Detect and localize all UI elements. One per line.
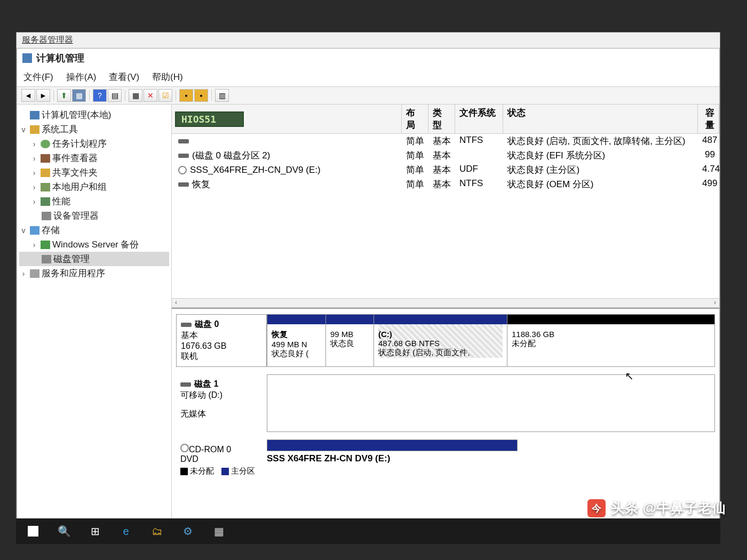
cdrom-row[interactable]: CD-ROM 0 DVD 未分配 主分区 SSS X64FRE ZH-CN DV… bbox=[176, 439, 715, 483]
tree-task-scheduler[interactable]: ›任务计划程序 bbox=[19, 137, 169, 151]
col-layout[interactable]: 布局 bbox=[402, 105, 428, 133]
delete-button[interactable]: ✕ bbox=[144, 89, 157, 102]
tool-a-button[interactable]: ▪ bbox=[179, 89, 193, 102]
tree-root[interactable]: 计算机管理(本地) bbox=[19, 108, 169, 122]
parent-window-title: 服务器管理器 bbox=[17, 33, 720, 48]
legend-swatch-primary bbox=[221, 468, 229, 475]
partition-recovery[interactable]: 恢复499 MB N状态良好 ( bbox=[267, 315, 325, 366]
disk-icon bbox=[178, 139, 189, 143]
task-view-button[interactable]: ⊞ bbox=[80, 519, 110, 543]
menu-file[interactable]: 文件(F) bbox=[23, 71, 53, 83]
cdrom-volume-name: SSS X64FRE ZH-CN DV9 (E:) bbox=[267, 451, 715, 466]
nav-tree[interactable]: 计算机管理(本地) v系统工具 ›任务计划程序 ›事件查看器 ›共享文件夹 ›本… bbox=[17, 105, 172, 522]
start-button[interactable] bbox=[18, 519, 48, 543]
cdrom-partition-bar[interactable] bbox=[267, 439, 518, 451]
volume-list[interactable]: 简单 基本 NTFS 状态良好 (启动, 页面文件, 故障转储, 主分区) 48… bbox=[172, 134, 719, 191]
up-button[interactable]: ⬆ bbox=[57, 89, 71, 102]
disk-graphical-panel: 磁盘 0 基本 1676.63 GB 联机 恢复499 MB N状态良好 ( bbox=[172, 308, 719, 488]
check-button[interactable]: ☑ bbox=[158, 89, 172, 102]
taskbar-explorer[interactable]: 🗂 bbox=[142, 519, 172, 543]
watermark-logo-icon: 今 bbox=[587, 499, 606, 517]
tool-b-button[interactable]: ▪ bbox=[194, 89, 208, 102]
help-button[interactable]: ? bbox=[93, 89, 107, 102]
tree-disk-management[interactable]: 磁盘管理 bbox=[19, 252, 169, 266]
window-title: 计算机管理 bbox=[36, 52, 84, 65]
titlebar: 计算机管理 bbox=[17, 49, 719, 68]
disk-1-label[interactable]: 磁盘 1 可移动 (D:) 无媒体 bbox=[176, 374, 267, 432]
tree-performance[interactable]: ›性能 bbox=[19, 194, 169, 209]
back-button[interactable]: ◄ bbox=[21, 89, 35, 102]
disk-1-row[interactable]: 磁盘 1 可移动 (D:) 无媒体 bbox=[176, 374, 715, 432]
search-button[interactable]: 🔍 bbox=[49, 519, 79, 543]
tree-event-viewer[interactable]: ›事件查看器 bbox=[19, 151, 169, 165]
col-capacity[interactable]: 容量 bbox=[698, 105, 719, 133]
disk-0-row[interactable]: 磁盘 0 基本 1676.63 GB 联机 恢复499 MB N状态良好 ( bbox=[176, 314, 715, 367]
partition-c[interactable]: (C:)487.68 GB NTFS状态良好 (启动, 页面文件, bbox=[374, 315, 507, 366]
menubar: 文件(F) 操作(A) 查看(V) 帮助(H) bbox=[17, 68, 719, 87]
volume-row[interactable]: 简单 基本 NTFS 状态良好 (启动, 页面文件, 故障转储, 主分区) 48… bbox=[172, 134, 719, 148]
col-filesystem[interactable]: 文件系统 bbox=[455, 105, 503, 133]
tree-device-manager[interactable]: 设备管理器 bbox=[19, 209, 169, 223]
volume-row[interactable]: 恢复 简单 基本 NTFS 状态良好 (OEM 分区) 499 bbox=[172, 177, 719, 191]
taskbar-server-manager[interactable]: ⚙ bbox=[173, 519, 203, 543]
content-pane: HIOS51 布局 类型 文件系统 状态 容量 简单 基本 NTFS 状态良好 … bbox=[172, 105, 719, 522]
volume-row[interactable]: SSS_X64FRE_ZH-CN_DV9 (E:) 简单 基本 UDF 状态良好… bbox=[172, 163, 719, 177]
col-type[interactable]: 类型 bbox=[428, 105, 455, 133]
tree-shared-folders[interactable]: ›共享文件夹 bbox=[19, 165, 169, 180]
menu-action[interactable]: 操作(A) bbox=[66, 71, 97, 83]
taskbar[interactable]: 🔍 ⊞ e 🗂 ⚙ ▦ bbox=[16, 518, 720, 544]
menu-view[interactable]: 查看(V) bbox=[109, 71, 139, 83]
tree-ws-backup[interactable]: ›Windows Server 备份 bbox=[19, 237, 169, 252]
computer-management-window: 计算机管理 文件(F) 操作(A) 查看(V) 帮助(H) ◄ ► ⬆ ▦ ? … bbox=[17, 48, 720, 523]
disk-icon bbox=[178, 154, 189, 158]
volume-list-header: HIOS51 布局 类型 文件系统 状态 容量 bbox=[172, 105, 719, 134]
disk-icon bbox=[180, 382, 191, 387]
legend: 未分配 主分区 bbox=[180, 464, 263, 478]
taskbar-app[interactable]: ▦ bbox=[204, 519, 234, 543]
tree-system-tools[interactable]: v系统工具 bbox=[19, 122, 169, 137]
refresh-button[interactable]: ▦ bbox=[129, 89, 142, 102]
horizontal-scrollbar[interactable]: ‹› bbox=[172, 298, 719, 308]
disk-icon bbox=[181, 323, 192, 327]
tool-c-button[interactable]: ▥ bbox=[215, 89, 229, 102]
cd-icon bbox=[180, 444, 189, 452]
tree-local-users[interactable]: ›本地用户和组 bbox=[19, 180, 169, 194]
disk-0-label[interactable]: 磁盘 0 基本 1676.63 GB 联机 bbox=[176, 314, 267, 367]
forward-button[interactable]: ► bbox=[36, 89, 50, 102]
tree-storage[interactable]: v存储 bbox=[19, 223, 169, 237]
partition-efi[interactable]: 99 MB状态良 bbox=[325, 315, 374, 366]
cd-icon bbox=[178, 166, 187, 174]
partition-unallocated[interactable]: 1188.36 GB未分配 bbox=[507, 315, 714, 366]
menu-help[interactable]: 帮助(H) bbox=[152, 71, 183, 83]
view-button[interactable]: ▤ bbox=[108, 89, 122, 102]
col-status[interactable]: 状态 bbox=[503, 105, 698, 133]
taskbar-ie[interactable]: e bbox=[111, 519, 141, 543]
disk-icon bbox=[178, 182, 189, 187]
tree-services[interactable]: ›服务和应用程序 bbox=[19, 266, 169, 281]
toolbar: ◄ ► ⬆ ▦ ? ▤ ▦ ✕ ☑ ▪ ▪ ▥ bbox=[17, 87, 719, 105]
watermark: 今 头条 @牛鼻子老仙 bbox=[587, 499, 726, 517]
volume-row[interactable]: (磁盘 0 磁盘分区 2) 简单 基本 状态良好 (EFI 系统分区) 99 bbox=[172, 148, 719, 163]
legend-swatch-unallocated bbox=[180, 468, 188, 475]
properties-button[interactable]: ▦ bbox=[72, 89, 86, 102]
header-tag: HIOS51 bbox=[175, 111, 244, 127]
app-icon bbox=[22, 53, 32, 63]
